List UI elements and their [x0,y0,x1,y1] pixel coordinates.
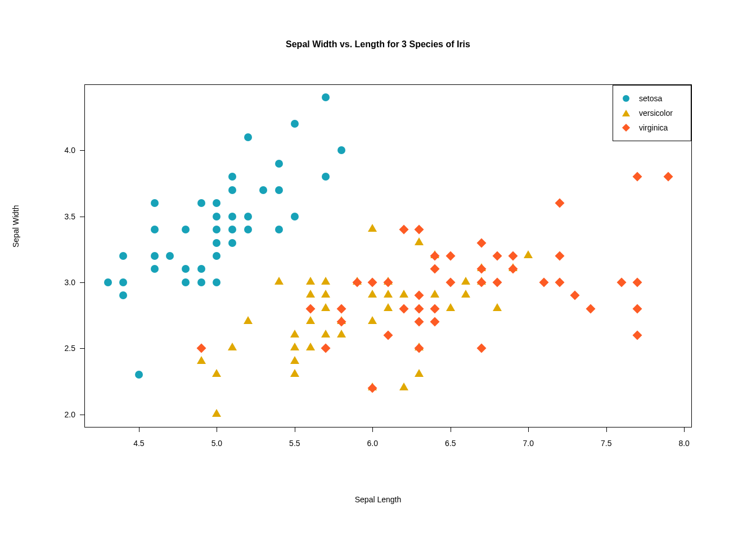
legend-label: setosa [639,94,662,103]
data-point-setosa [151,199,159,207]
y-tick [80,348,84,349]
y-tick-label: 2.0 [56,410,75,419]
data-point-versicolor [368,290,377,298]
data-point-versicolor [415,237,424,245]
data-point-setosa [119,252,127,260]
data-point-setosa [197,278,205,286]
data-point-versicolor [384,290,393,298]
circle-icon [620,95,632,102]
data-point-setosa [151,226,159,233]
y-tick [80,150,84,151]
data-point-setosa [135,371,143,379]
data-point-versicolor [461,277,470,285]
data-point-setosa [322,173,330,181]
data-point-versicolor [399,290,408,298]
data-point-setosa [228,239,236,247]
x-tick [451,428,451,432]
data-point-versicolor [446,303,455,311]
data-point-versicolor [228,343,237,350]
data-point-versicolor [368,316,377,324]
data-point-versicolor [384,303,393,311]
data-point-setosa [244,133,252,141]
data-point-versicolor [290,369,299,377]
data-point-setosa [275,186,283,194]
data-point-versicolor [212,369,221,377]
data-point-versicolor [197,356,206,364]
data-point-setosa [228,173,236,181]
data-point-setosa [228,213,236,220]
data-point-versicolor [290,356,299,364]
data-point-versicolor [212,409,221,417]
chart-page: Sepal Width vs. Length for 3 Species of … [0,0,756,540]
data-point-setosa [291,213,299,220]
legend-item-virginica: virginica [620,120,683,135]
data-point-setosa [104,278,112,286]
y-tick [80,282,84,283]
data-point-setosa [228,226,236,233]
data-point-setosa [275,160,283,168]
x-tick [684,428,685,432]
data-point-versicolor [321,303,330,311]
data-point-setosa [259,186,267,194]
plot-area [84,84,692,428]
data-point-setosa [275,226,283,233]
x-axis-label: Sepal Length [0,495,756,504]
legend-item-versicolor: versicolor [620,106,683,120]
y-tick [80,415,84,415]
data-point-versicolor [274,277,284,285]
x-tick-label: 6.5 [439,439,462,448]
data-point-setosa [151,252,159,260]
data-point-setosa [197,199,205,207]
y-tick-label: 2.5 [56,344,75,353]
data-point-versicolor [290,343,299,350]
diamond-icon [620,125,632,130]
data-point-versicolor [430,290,439,298]
y-axis-label: Sepal Width [11,205,20,248]
data-point-setosa [213,278,220,286]
data-point-setosa [244,213,252,220]
y-tick [80,217,84,217]
data-point-setosa [322,93,330,101]
x-tick [295,428,295,432]
data-point-setosa [291,120,299,128]
data-point-setosa [182,278,190,286]
data-point-setosa [213,199,220,207]
data-point-versicolor [306,343,315,350]
legend: setosaversicolorvirginica [613,85,691,141]
x-tick [217,428,217,432]
data-point-setosa [119,291,127,299]
data-point-versicolor [368,224,377,232]
data-point-versicolor [306,290,315,298]
data-point-setosa [182,226,190,233]
data-point-setosa [213,239,220,247]
data-point-versicolor [306,316,315,324]
data-point-setosa [197,265,205,273]
data-point-versicolor [399,382,408,390]
y-tick-label: 3.5 [56,212,75,221]
data-point-versicolor [306,277,315,285]
data-point-versicolor [321,290,330,298]
data-point-setosa [213,252,220,260]
x-tick-label: 7.5 [595,439,618,448]
data-point-setosa [338,146,345,154]
legend-label: versicolor [639,109,673,118]
data-point-versicolor [415,369,424,377]
legend-label: virginica [639,123,668,132]
data-point-setosa [244,226,252,233]
triangle-icon [620,110,632,116]
x-tick [606,428,607,432]
x-tick [372,428,373,432]
x-tick [528,428,529,432]
data-point-versicolor [244,316,253,324]
data-point-setosa [182,265,190,273]
x-tick-label: 5.5 [284,439,306,448]
data-point-setosa [213,226,220,233]
x-tick [139,428,140,432]
data-point-versicolor [290,330,299,338]
data-point-versicolor [321,330,330,338]
x-tick-label: 7.0 [517,439,539,448]
data-point-versicolor [337,330,346,338]
x-tick-label: 4.5 [128,439,150,448]
data-point-setosa [119,278,127,286]
data-point-setosa [228,186,236,194]
